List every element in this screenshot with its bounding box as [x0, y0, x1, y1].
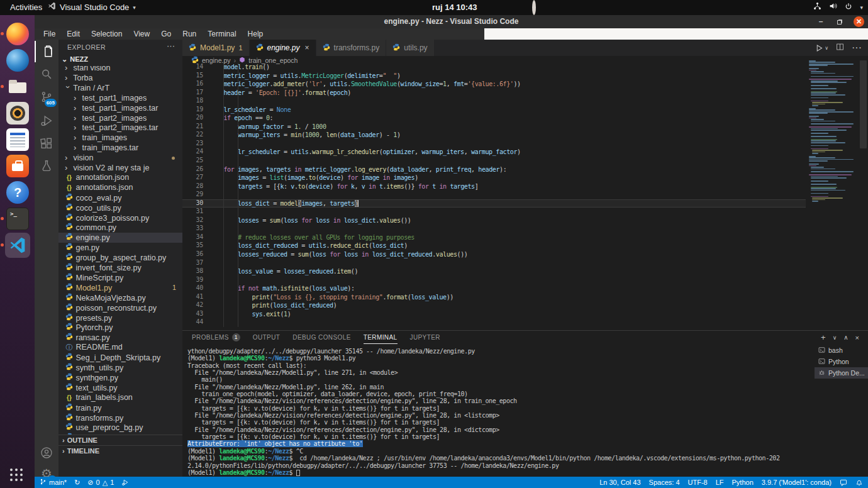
firefox-launcher[interactable]: [5, 21, 30, 47]
tab-transforms-py[interactable]: transforms.py: [316, 40, 387, 56]
run-python-file-button[interactable]: ∨: [815, 44, 828, 52]
new-terminal-icon[interactable]: +: [821, 333, 826, 342]
tree-item-readme-md[interactable]: ⓘ README.md: [58, 343, 182, 353]
tree-item-minescript-py[interactable]: MineScript.py: [58, 273, 182, 283]
run-debug-activity-icon[interactable]: [35, 110, 58, 131]
encoding[interactable]: UTF-8: [688, 479, 708, 486]
thunderbird-launcher[interactable]: [5, 48, 30, 73]
minimize-button[interactable]: –: [816, 17, 826, 27]
tab-model1-py[interactable]: Model1.py1: [182, 40, 250, 56]
eol[interactable]: LF: [716, 479, 724, 486]
tree-item-synthgen-py[interactable]: synthgen.py: [58, 373, 182, 383]
tree-item-group-by-aspect-ratio-py[interactable]: group_by_aspect_ratio.py: [58, 253, 182, 263]
menu-go[interactable]: Go: [155, 28, 177, 40]
menu-selection[interactable]: Selection: [86, 28, 128, 40]
terminal-dropdown-icon[interactable]: ∨: [833, 335, 837, 341]
terminal-launcher[interactable]: >_: [5, 206, 30, 231]
panel-tab-jupyter[interactable]: JUPYTER: [410, 331, 440, 344]
testing-activity-icon[interactable]: [35, 155, 58, 177]
tree-item-synth-utils-py[interactable]: synth_utils.py: [58, 363, 182, 373]
explorer-activity-icon[interactable]: [35, 41, 58, 62]
tree-item-common-py[interactable]: common.py: [58, 223, 182, 233]
tree-item-model1-py[interactable]: Model1.py1: [58, 283, 182, 293]
minimap[interactable]: [806, 60, 859, 324]
vscode-launcher[interactable]: [5, 233, 30, 258]
files-launcher[interactable]: [5, 74, 30, 99]
timeline-section[interactable]: ›TIMELINE: [58, 445, 182, 455]
terminal-instance-python[interactable]: Python: [815, 356, 868, 367]
restore-button[interactable]: [835, 17, 845, 27]
terminal-output[interactable]: ython/debugpy/adapter/../../debugpy/laun…: [187, 348, 848, 476]
tree-item-use-preproc-bg-py[interactable]: use_preproc_bg.py: [58, 423, 182, 433]
split-editor-button[interactable]: [836, 42, 844, 53]
sync-status[interactable]: ↻: [74, 479, 80, 486]
tree-item-pytorch-py[interactable]: Pytorch.py: [58, 323, 182, 333]
tree-item-transforms-py[interactable]: transforms.py: [58, 413, 182, 423]
tree-item-ransac-py[interactable]: ransac.py: [58, 333, 182, 343]
source-control-activity-icon[interactable]: 605: [35, 86, 58, 108]
tree-item-test-part2-images-tar[interactable]: › test_part2_images.tar: [58, 123, 182, 133]
code-area[interactable]: model.train() metric_logger = utils.Metr…: [209, 63, 806, 327]
tab-utils-py[interactable]: utils.py: [386, 40, 434, 56]
app-menu[interactable]: Visual Studio Code ▾: [48, 0, 136, 15]
close-button[interactable]: ✕: [854, 16, 864, 27]
tree-item-train-art[interactable]: › Train / ArT: [58, 83, 182, 93]
tree-item-poisson-reconstruct-py[interactable]: poisson_reconstruct.py: [58, 303, 182, 313]
search-activity-icon[interactable]: [35, 64, 58, 85]
menu-view[interactable]: View: [128, 28, 155, 40]
explorer-section-nezz[interactable]: ⌄NEZZ: [58, 53, 182, 65]
tree-item-vision-v2-al-ney-sta-je[interactable]: › vision V2 al ney sta je: [58, 163, 182, 173]
maximize-panel-icon[interactable]: ∧: [843, 334, 848, 341]
menu-terminal[interactable]: Terminal: [202, 28, 242, 40]
tree-item-train-images-tar[interactable]: › train_images.tar: [58, 143, 182, 153]
rhythmbox-launcher[interactable]: [5, 101, 30, 126]
help-launcher[interactable]: ?: [5, 180, 30, 205]
menu-file[interactable]: File: [38, 28, 61, 40]
tree-item-coco-eval-py[interactable]: coco_eval.py: [58, 193, 182, 203]
software-launcher[interactable]: [5, 153, 30, 179]
feedback-icon[interactable]: [840, 479, 847, 486]
panel-tab-terminal[interactable]: TERMINAL: [364, 331, 398, 344]
tab-engine-py[interactable]: engine.py×: [250, 40, 316, 56]
editor-scrollbar[interactable]: [860, 60, 867, 148]
problems-status[interactable]: ⊘ 0 △ 1: [87, 479, 114, 486]
tree-item-vision[interactable]: › vision: [58, 153, 182, 163]
account-icon[interactable]: [35, 442, 58, 463]
terminal-instance-bash[interactable]: bash: [815, 345, 868, 356]
show-applications-button[interactable]: [9, 468, 23, 482]
tree-item-engine-py[interactable]: engine.py: [58, 233, 182, 243]
tree-item-torba[interactable]: › Torba: [58, 73, 182, 83]
outline-section[interactable]: ›OUTLINE: [58, 435, 182, 445]
notifications-bell-icon[interactable]: [855, 479, 863, 486]
tree-item-test-part1-images[interactable]: › test_part1_images: [58, 93, 182, 103]
tree-item-text-utils-py[interactable]: text_utils.py: [58, 383, 182, 393]
explorer-more-actions-icon[interactable]: ···: [167, 41, 175, 50]
tree-item-colorize3-poisson-py[interactable]: colorize3_poisson.py: [58, 213, 182, 223]
tree-item-test-part1-images-tar[interactable]: › test_part1_images.tar: [58, 103, 182, 113]
more-actions-icon[interactable]: ···: [852, 42, 862, 53]
extensions-activity-icon[interactable]: [35, 133, 58, 154]
python-interpreter[interactable]: 3.9.7 ('Model1': conda): [762, 479, 832, 486]
tree-item-nekamojavjezba-py[interactable]: NekaMojaVjezba.py: [58, 293, 182, 303]
tree-item-annotation-json[interactable]: {} annotation.json: [58, 173, 182, 183]
tree-item-test-part2-images[interactable]: › test_part2_images: [58, 113, 182, 123]
tree-item-coco-utils-py[interactable]: coco_utils.py: [58, 203, 182, 213]
tree-item-annotations-json[interactable]: {} annotations.json: [58, 183, 182, 193]
activities-button[interactable]: Activities: [6, 0, 46, 15]
close-tab-icon[interactable]: ×: [305, 43, 309, 52]
cursor-position[interactable]: Ln 30, Col 43: [599, 479, 640, 486]
tree-item-invert-font-size-py[interactable]: invert_font_size.py: [58, 263, 182, 273]
clock[interactable]: ruj 14 10:43: [432, 0, 477, 15]
language-mode[interactable]: Python: [732, 479, 754, 486]
terminal-instance-python-de-[interactable]: Python De...: [815, 367, 868, 379]
tree-item-train-labels-json[interactable]: {} train_labels.json: [58, 393, 182, 403]
tree-item-presets-py[interactable]: presets.py: [58, 313, 182, 323]
panel-tab-problems[interactable]: PROBLEMS1: [192, 331, 240, 344]
tree-item-train-py[interactable]: train.py: [58, 403, 182, 413]
debug-status[interactable]: [121, 479, 129, 486]
menu-edit[interactable]: Edit: [61, 28, 86, 40]
tree-item-train-images[interactable]: › train_images: [58, 133, 182, 143]
panel-tab-debug-console[interactable]: DEBUG CONSOLE: [292, 331, 350, 344]
panel-tab-output[interactable]: OUTPUT: [253, 331, 281, 344]
window-titlebar[interactable]: engine.py - Nezz - Visual Studio Code – …: [35, 15, 868, 28]
